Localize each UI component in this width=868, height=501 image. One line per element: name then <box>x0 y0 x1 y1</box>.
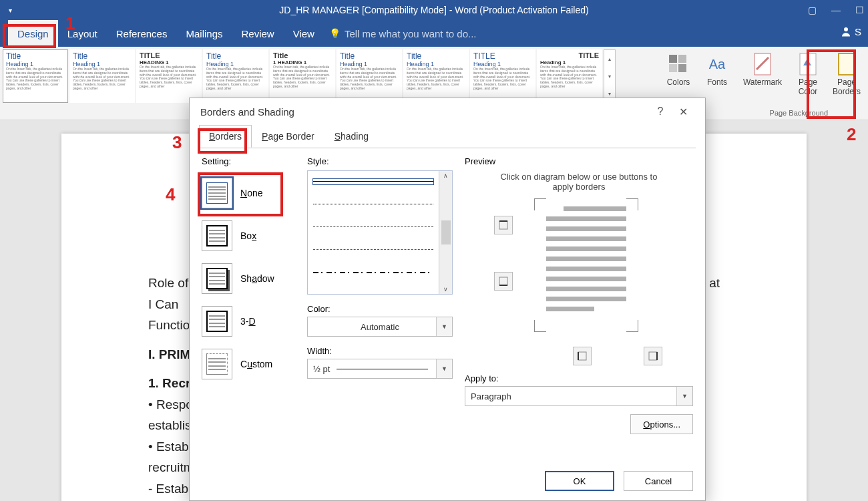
svg-rect-3 <box>669 64 677 72</box>
border-top-button[interactable] <box>494 216 513 234</box>
document-format-thumbnail[interactable]: TitleHeading 1On the Insert tab, the gal… <box>337 49 402 103</box>
setting-3d[interactable]: 3-D <box>202 300 295 343</box>
svg-point-0 <box>844 27 848 31</box>
border-right-button[interactable] <box>644 347 662 365</box>
setting-column: Setting: None Box Shadow 3-D Custom <box>202 156 295 442</box>
borders-and-shading-dialog: Borders and Shading ? ✕ Borders Page Bor… <box>189 98 706 501</box>
style-line-solid[interactable] <box>313 179 433 184</box>
group-label-page-background: Page Background <box>770 109 828 117</box>
style-label: Style: <box>307 156 453 166</box>
document-format-thumbnail[interactable]: TitleHeading 1On the Insert tab, the gal… <box>203 49 268 103</box>
fonts-button[interactable]: Aa Fonts <box>700 51 734 87</box>
document-format-thumbnail[interactable]: Title1 HEADING 1On the Insert tab, the g… <box>270 49 335 103</box>
minimize-icon[interactable]: — <box>831 5 841 15</box>
color-combo[interactable]: Automatic▼ <box>307 317 453 337</box>
maximize-icon[interactable]: ☐ <box>855 5 864 15</box>
width-combo[interactable]: ½ pt▼ <box>307 359 453 379</box>
svg-rect-4 <box>678 64 686 72</box>
document-format-thumbnail[interactable]: TitleHeading 1On the Insert tab, the gal… <box>69 49 135 103</box>
preview-diagram[interactable] <box>471 198 693 332</box>
colors-icon <box>661 51 696 77</box>
setting-none[interactable]: None <box>202 172 295 214</box>
apply-to-combo[interactable]: Paragraph▼ <box>465 386 693 406</box>
page-borders-button[interactable]: Page Borders <box>829 51 864 96</box>
svg-rect-1 <box>669 55 677 63</box>
tab-view[interactable]: View <box>284 20 324 47</box>
cancel-button[interactable]: Cancel <box>624 471 693 491</box>
scroll-down-icon[interactable]: ∨ <box>443 286 448 293</box>
tell-me-search[interactable]: 💡 Tell me what you want to do... <box>329 28 477 39</box>
gallery-expand-icon[interactable]: ▴▾▾ <box>604 49 616 103</box>
setting-label: Setting: <box>202 156 295 166</box>
close-icon[interactable]: ✕ <box>672 106 694 118</box>
chevron-down-icon: ▼ <box>676 387 692 405</box>
tab-references[interactable]: References <box>107 20 177 47</box>
ok-button[interactable]: OK <box>545 471 614 491</box>
preview-label: Preview <box>465 156 693 166</box>
chevron-down-icon: ▼ <box>436 359 452 378</box>
style-line-dashed-2[interactable] <box>313 247 433 253</box>
ribbon-tabs: Design Layout References Mailings Review… <box>0 20 868 47</box>
tab-review[interactable]: Review <box>232 20 284 47</box>
border-left-button[interactable] <box>573 347 592 365</box>
qat-dropdown-icon[interactable]: ▾ <box>0 7 20 14</box>
border-bottom-button[interactable] <box>494 272 513 291</box>
preview-column: Preview Click on diagram below or use bu… <box>465 156 693 442</box>
svg-rect-2 <box>678 55 686 63</box>
document-format-thumbnail[interactable]: TITLEHEADING 1On the Insert tab, the gal… <box>136 49 202 103</box>
help-icon[interactable]: ? <box>649 106 672 118</box>
chevron-down-icon: ▼ <box>436 317 452 336</box>
dialog-tab-borders[interactable]: Borders <box>199 125 252 148</box>
style-line-dashed[interactable] <box>313 224 433 230</box>
page-color-button[interactable]: Page Color <box>791 51 825 96</box>
dialog-tab-page-border[interactable]: Page Border <box>252 125 324 148</box>
tab-design[interactable]: Design <box>8 20 58 47</box>
document-format-thumbnail[interactable]: TITLEHeading 1On the Insert tab, the gal… <box>470 49 535 103</box>
person-icon <box>840 25 852 37</box>
watermark-icon <box>738 51 787 77</box>
setting-custom[interactable]: Custom <box>202 343 295 385</box>
scroll-thumb[interactable] <box>441 220 451 244</box>
svg-rect-11 <box>499 277 507 285</box>
page-color-icon <box>791 51 825 77</box>
page-borders-icon <box>829 51 864 77</box>
ribbon-display-options-icon[interactable]: ▢ <box>808 5 817 15</box>
watermark-button[interactable]: Watermark <box>738 51 787 87</box>
apply-to-label: Apply to: <box>465 373 693 383</box>
dialog-title: Borders and Shading <box>200 106 294 118</box>
document-format-thumbnail[interactable]: TitleHeading 1On the Insert tab, the gal… <box>3 49 68 103</box>
svg-rect-8 <box>839 53 855 75</box>
title-bar: ▾ JD_HR MANAGER [Compatibility Mode] - W… <box>0 0 868 20</box>
style-line-dotted[interactable] <box>313 202 433 207</box>
tab-mailings[interactable]: Mailings <box>176 20 232 47</box>
options-button[interactable]: Options... <box>630 414 693 434</box>
width-label: Width: <box>307 346 453 356</box>
svg-rect-9 <box>499 221 507 229</box>
tab-layout[interactable]: Layout <box>58 20 107 47</box>
style-column: Style: ∧∨ Color: Automatic▼ Width: ½ pt▼ <box>307 156 453 442</box>
style-scrollbar[interactable]: ∧∨ <box>439 171 452 294</box>
document-format-thumbnail[interactable]: TITLEHeading 1On the Insert tab, the gal… <box>537 49 602 103</box>
document-formatting-gallery[interactable]: TitleHeading 1On the Insert tab, the gal… <box>3 49 604 103</box>
style-listbox[interactable]: ∧∨ <box>307 170 453 295</box>
lightbulb-icon: 💡 <box>329 28 341 39</box>
style-line-dashdot[interactable] <box>313 272 433 273</box>
svg-rect-15 <box>649 352 657 360</box>
window-title: JD_HR MANAGER [Compatibility Mode] - Wor… <box>0 5 868 15</box>
scroll-up-icon[interactable]: ∧ <box>443 172 448 179</box>
color-label: Color: <box>307 304 453 314</box>
dialog-titlebar: Borders and Shading ? ✕ <box>190 98 705 125</box>
setting-box[interactable]: Box <box>202 214 295 257</box>
dialog-tab-shading[interactable]: Shading <box>324 125 379 148</box>
document-format-thumbnail[interactable]: TitleHeading 1On the Insert tab, the gal… <box>403 49 469 103</box>
fonts-icon: Aa <box>700 51 734 77</box>
preview-hint: Click on diagram below or use buttons to… <box>498 172 660 192</box>
sign-in[interactable]: S <box>840 25 861 37</box>
tell-me-placeholder: Tell me what you want to do... <box>345 28 477 39</box>
svg-rect-13 <box>578 352 586 360</box>
dialog-tabs: Borders Page Border Shading <box>190 125 705 148</box>
setting-shadow[interactable]: Shadow <box>202 257 295 300</box>
colors-button[interactable]: Colors <box>661 51 696 87</box>
